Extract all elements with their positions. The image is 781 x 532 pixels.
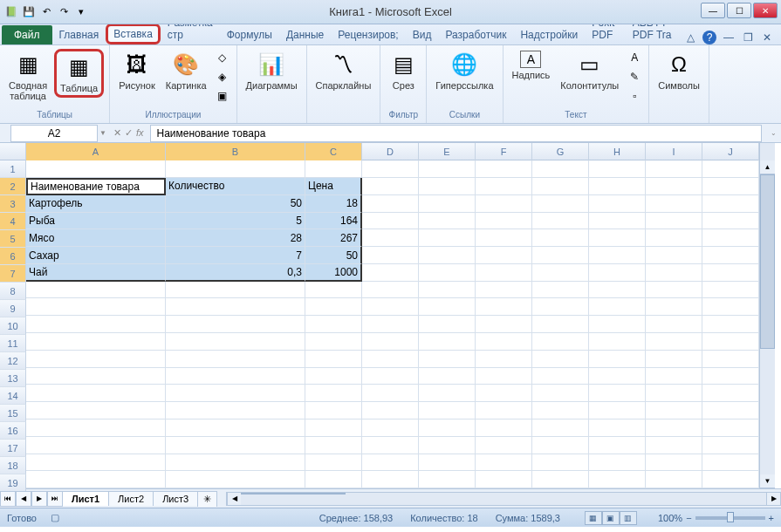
row-header[interactable]: 1 [0,160,26,178]
cell[interactable] [589,316,646,333]
tab-insert[interactable]: Вставка [106,24,161,44]
next-sheet-icon[interactable]: ▶ [31,491,47,507]
tab-data[interactable]: Данные [279,25,331,44]
tab-file[interactable]: Файл [2,25,52,44]
cell[interactable] [26,471,166,488]
cell[interactable] [419,471,476,488]
cell[interactable] [166,333,305,351]
cell[interactable] [362,282,419,299]
row-header[interactable]: 19 [0,474,26,492]
row-header[interactable]: 9 [0,300,26,317]
cell[interactable]: Сахар [26,247,166,264]
cell[interactable] [305,368,362,385]
table-button[interactable]: ▦ Таблица [54,49,104,98]
cell[interactable] [532,282,589,299]
zoom-out-icon[interactable]: − [686,513,691,523]
cell[interactable] [476,282,532,299]
cell[interactable] [646,385,702,402]
pivot-table-button[interactable]: ▦ Сводная таблица [5,49,51,103]
cell[interactable] [362,298,419,316]
cell[interactable] [589,247,646,264]
cell[interactable] [419,333,476,351]
cell[interactable] [532,471,589,488]
cell[interactable] [166,419,305,437]
cell[interactable] [166,402,305,419]
last-sheet-icon[interactable]: ⏭ [47,491,63,507]
cell[interactable] [362,264,419,282]
cell[interactable] [166,282,305,299]
cell[interactable] [166,351,305,368]
cell[interactable] [589,454,646,472]
cell[interactable]: Чай [26,264,166,282]
cell[interactable] [532,247,589,264]
cell[interactable] [305,437,362,454]
row-header[interactable]: 12 [0,352,26,370]
fx-icon[interactable]: fx [136,127,144,139]
cell[interactable] [26,385,166,402]
sheet-tab-3[interactable]: Лист3 [153,491,198,506]
cell[interactable] [532,454,589,472]
vscroll-thumb[interactable] [760,174,775,349]
cell[interactable] [26,160,166,178]
cell[interactable] [532,298,589,316]
wordart-icon[interactable]: A [626,49,643,66]
column-header[interactable]: I [646,143,702,160]
cell[interactable] [305,333,362,351]
column-header[interactable]: D [362,143,419,160]
cell[interactable] [362,229,419,247]
cell[interactable]: Количество [166,178,305,195]
column-header[interactable]: J [702,143,759,160]
column-header[interactable]: C [305,143,362,160]
cell[interactable] [702,471,759,488]
cell[interactable] [362,195,419,213]
cell[interactable] [646,282,702,299]
cell[interactable] [532,402,589,419]
cell[interactable] [532,213,589,230]
help-icon[interactable]: ? [702,31,716,44]
row-header[interactable]: 11 [0,335,26,352]
textbox-button[interactable]: A Надпись [509,49,554,82]
cell[interactable] [532,264,589,282]
cell[interactable] [589,160,646,178]
picture-button[interactable]: 🖼 Рисунок [115,49,159,92]
column-header[interactable]: F [476,143,532,160]
vertical-scrollbar[interactable]: ▲ ▼ [759,160,775,488]
hscroll-thumb[interactable] [241,493,346,494]
cell[interactable] [532,316,589,333]
row-header[interactable]: 17 [0,440,26,457]
row-header[interactable]: 14 [0,387,26,405]
zoom-slider[interactable] [695,516,765,520]
cell[interactable] [702,454,759,472]
cell[interactable] [702,437,759,454]
cell[interactable]: Наименование товара [26,178,166,195]
cell[interactable] [646,195,702,213]
normal-view-icon[interactable]: ▦ [585,511,602,525]
cell[interactable] [362,385,419,402]
cell[interactable] [646,247,702,264]
row-header[interactable]: 7 [0,265,26,283]
page-break-view-icon[interactable]: ▥ [620,511,637,525]
cell[interactable] [532,385,589,402]
row-header[interactable]: 6 [0,248,26,265]
cell[interactable] [419,195,476,213]
cell[interactable] [419,264,476,282]
cell[interactable] [476,316,532,333]
scroll-right-icon[interactable]: ▶ [766,493,780,505]
tab-home[interactable]: Главная [52,25,106,44]
cell[interactable] [589,402,646,419]
cell[interactable] [476,454,532,472]
cell[interactable]: 50 [166,195,305,213]
cell[interactable] [26,419,166,437]
cell[interactable] [589,333,646,351]
cell[interactable] [532,160,589,178]
cell[interactable]: 5 [166,213,305,230]
cell[interactable] [476,368,532,385]
cell[interactable] [589,368,646,385]
row-header[interactable]: 18 [0,457,26,474]
cell[interactable] [532,419,589,437]
row-header[interactable]: 4 [0,213,26,230]
cell[interactable]: 164 [305,213,362,230]
cell[interactable] [646,333,702,351]
column-header[interactable]: G [532,143,589,160]
cell[interactable] [476,419,532,437]
